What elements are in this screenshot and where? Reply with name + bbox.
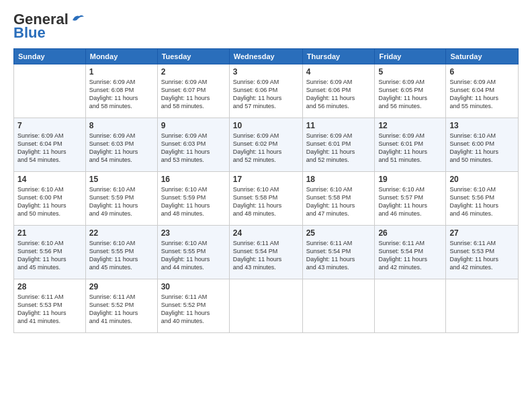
cell-info: Sunrise: 6:10 AM Sunset: 5:56 PM Dayligh… <box>17 239 82 272</box>
cell-info: Sunrise: 6:09 AM Sunset: 6:03 PM Dayligh… <box>161 132 226 165</box>
day-number: 3 <box>233 67 299 77</box>
cell-info: Sunrise: 6:09 AM Sunset: 6:04 PM Dayligh… <box>449 78 515 111</box>
day-number: 22 <box>89 228 154 238</box>
cell-info: Sunrise: 6:10 AM Sunset: 5:55 PM Dayligh… <box>161 239 226 272</box>
day-number: 28 <box>17 282 82 291</box>
day-number: 7 <box>17 121 82 130</box>
col-header-thursday: Thursday <box>302 49 375 64</box>
day-number: 8 <box>89 121 154 130</box>
cell-info: Sunrise: 6:11 AM Sunset: 5:54 PM Dayligh… <box>378 239 442 272</box>
calendar-cell: 30Sunrise: 6:11 AM Sunset: 5:52 PM Dayli… <box>157 279 229 333</box>
calendar-cell: 13Sunrise: 6:10 AM Sunset: 6:00 PM Dayli… <box>446 118 519 172</box>
header: General Blue <box>13 11 519 42</box>
calendar-cell: 19Sunrise: 6:10 AM Sunset: 5:57 PM Dayli… <box>375 172 446 226</box>
cell-info: Sunrise: 6:09 AM Sunset: 6:06 PM Dayligh… <box>306 78 371 111</box>
cell-info: Sunrise: 6:11 AM Sunset: 5:52 PM Dayligh… <box>161 293 226 326</box>
calendar-cell: 16Sunrise: 6:10 AM Sunset: 5:59 PM Dayli… <box>157 172 229 226</box>
cell-info: Sunrise: 6:09 AM Sunset: 6:01 PM Dayligh… <box>378 132 442 165</box>
calendar-cell: 23Sunrise: 6:10 AM Sunset: 5:55 PM Dayli… <box>157 226 229 279</box>
logo: General Blue <box>13 11 85 42</box>
calendar-cell: 12Sunrise: 6:09 AM Sunset: 6:01 PM Dayli… <box>375 118 446 172</box>
calendar-cell: 10Sunrise: 6:09 AM Sunset: 6:02 PM Dayli… <box>229 118 302 172</box>
calendar-cell: 26Sunrise: 6:11 AM Sunset: 5:54 PM Dayli… <box>375 226 446 279</box>
cell-info: Sunrise: 6:09 AM Sunset: 6:07 PM Dayligh… <box>161 78 226 111</box>
day-number: 12 <box>378 121 442 130</box>
day-number: 24 <box>233 228 299 238</box>
calendar-cell: 11Sunrise: 6:09 AM Sunset: 6:01 PM Dayli… <box>302 118 375 172</box>
day-number: 20 <box>449 175 515 184</box>
day-number: 17 <box>233 175 299 184</box>
calendar-cell <box>14 64 86 118</box>
day-number: 21 <box>17 228 82 238</box>
cell-info: Sunrise: 6:10 AM Sunset: 5:59 PM Dayligh… <box>161 185 226 218</box>
col-header-wednesday: Wednesday <box>229 49 302 64</box>
calendar-cell: 7Sunrise: 6:09 AM Sunset: 6:04 PM Daylig… <box>14 118 86 172</box>
cell-info: Sunrise: 6:10 AM Sunset: 6:00 PM Dayligh… <box>17 185 82 218</box>
day-number: 30 <box>161 282 226 291</box>
calendar-cell: 29Sunrise: 6:11 AM Sunset: 5:52 PM Dayli… <box>85 279 157 333</box>
logo-blue: Blue <box>13 24 46 42</box>
calendar-cell: 18Sunrise: 6:10 AM Sunset: 5:58 PM Dayli… <box>302 172 375 226</box>
logo-bird-icon <box>71 13 85 26</box>
col-header-sunday: Sunday <box>14 49 86 64</box>
day-number: 16 <box>161 175 226 184</box>
calendar-cell: 14Sunrise: 6:10 AM Sunset: 6:00 PM Dayli… <box>14 172 86 226</box>
cell-info: Sunrise: 6:09 AM Sunset: 6:02 PM Dayligh… <box>233 132 299 165</box>
calendar-cell: 4Sunrise: 6:09 AM Sunset: 6:06 PM Daylig… <box>302 64 375 118</box>
cell-info: Sunrise: 6:10 AM Sunset: 5:59 PM Dayligh… <box>89 185 154 218</box>
calendar-cell: 20Sunrise: 6:10 AM Sunset: 5:56 PM Dayli… <box>446 172 519 226</box>
day-number: 2 <box>161 67 226 77</box>
day-number: 19 <box>378 175 442 184</box>
cell-info: Sunrise: 6:11 AM Sunset: 5:53 PM Dayligh… <box>17 293 82 326</box>
day-number: 9 <box>161 121 226 130</box>
day-number: 15 <box>89 175 154 184</box>
calendar-cell <box>446 279 519 333</box>
cell-info: Sunrise: 6:10 AM Sunset: 5:58 PM Dayligh… <box>233 185 299 218</box>
cell-info: Sunrise: 6:11 AM Sunset: 5:53 PM Dayligh… <box>449 239 515 272</box>
cell-info: Sunrise: 6:09 AM Sunset: 6:03 PM Dayligh… <box>89 132 154 165</box>
calendar-cell: 1Sunrise: 6:09 AM Sunset: 6:08 PM Daylig… <box>85 64 157 118</box>
calendar-cell: 21Sunrise: 6:10 AM Sunset: 5:56 PM Dayli… <box>14 226 86 279</box>
cell-info: Sunrise: 6:10 AM Sunset: 6:00 PM Dayligh… <box>449 132 515 165</box>
day-number: 29 <box>89 282 154 291</box>
day-number: 10 <box>233 121 299 130</box>
cell-info: Sunrise: 6:10 AM Sunset: 5:56 PM Dayligh… <box>449 185 515 218</box>
calendar-cell: 28Sunrise: 6:11 AM Sunset: 5:53 PM Dayli… <box>14 279 86 333</box>
day-number: 27 <box>449 228 515 238</box>
col-header-tuesday: Tuesday <box>157 49 229 64</box>
calendar-cell: 3Sunrise: 6:09 AM Sunset: 6:06 PM Daylig… <box>229 64 302 118</box>
day-number: 13 <box>449 121 515 130</box>
day-number: 5 <box>378 67 442 77</box>
calendar-cell: 27Sunrise: 6:11 AM Sunset: 5:53 PM Dayli… <box>446 226 519 279</box>
calendar-cell: 15Sunrise: 6:10 AM Sunset: 5:59 PM Dayli… <box>85 172 157 226</box>
cell-info: Sunrise: 6:09 AM Sunset: 6:01 PM Dayligh… <box>306 132 371 165</box>
cell-info: Sunrise: 6:09 AM Sunset: 6:08 PM Dayligh… <box>89 78 154 111</box>
col-header-saturday: Saturday <box>446 49 519 64</box>
day-number: 26 <box>378 228 442 238</box>
day-number: 11 <box>306 121 371 130</box>
cell-info: Sunrise: 6:10 AM Sunset: 5:58 PM Dayligh… <box>306 185 371 218</box>
calendar-cell: 24Sunrise: 6:11 AM Sunset: 5:54 PM Dayli… <box>229 226 302 279</box>
calendar-cell: 2Sunrise: 6:09 AM Sunset: 6:07 PM Daylig… <box>157 64 229 118</box>
calendar-table: SundayMondayTuesdayWednesdayThursdayFrid… <box>13 48 519 333</box>
calendar-cell: 17Sunrise: 6:10 AM Sunset: 5:58 PM Dayli… <box>229 172 302 226</box>
cell-info: Sunrise: 6:11 AM Sunset: 5:54 PM Dayligh… <box>306 239 371 272</box>
day-number: 23 <box>161 228 226 238</box>
day-number: 18 <box>306 175 371 184</box>
calendar-cell: 25Sunrise: 6:11 AM Sunset: 5:54 PM Dayli… <box>302 226 375 279</box>
cell-info: Sunrise: 6:09 AM Sunset: 6:04 PM Dayligh… <box>17 132 82 165</box>
day-number: 1 <box>89 67 154 77</box>
cell-info: Sunrise: 6:10 AM Sunset: 5:57 PM Dayligh… <box>378 185 442 218</box>
calendar-cell: 8Sunrise: 6:09 AM Sunset: 6:03 PM Daylig… <box>85 118 157 172</box>
cell-info: Sunrise: 6:11 AM Sunset: 5:54 PM Dayligh… <box>233 239 299 272</box>
calendar-cell: 22Sunrise: 6:10 AM Sunset: 5:55 PM Dayli… <box>85 226 157 279</box>
cell-info: Sunrise: 6:09 AM Sunset: 6:06 PM Dayligh… <box>233 78 299 111</box>
page: General Blue SundayMondayTuesdayWednesda… <box>0 0 532 411</box>
cell-info: Sunrise: 6:11 AM Sunset: 5:52 PM Dayligh… <box>89 293 154 326</box>
col-header-friday: Friday <box>375 49 446 64</box>
day-number: 25 <box>306 228 371 238</box>
calendar-cell <box>229 279 302 333</box>
cell-info: Sunrise: 6:10 AM Sunset: 5:55 PM Dayligh… <box>89 239 154 272</box>
day-number: 6 <box>449 67 515 77</box>
calendar-cell: 6Sunrise: 6:09 AM Sunset: 6:04 PM Daylig… <box>446 64 519 118</box>
